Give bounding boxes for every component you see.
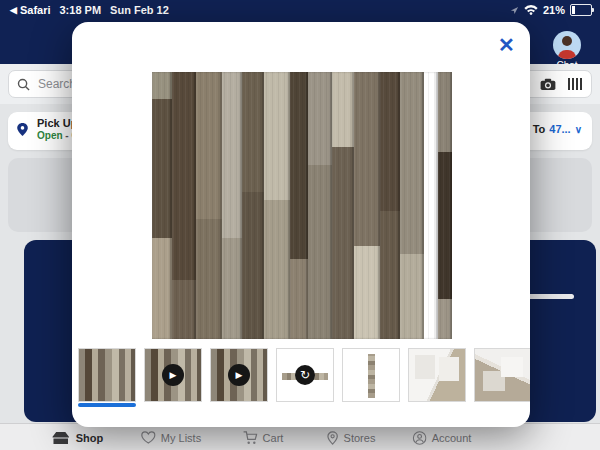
thumbnail-room-scene-1[interactable] — [408, 348, 466, 402]
tab-bar: Shop My Lists Cart Stores Account — [0, 423, 600, 450]
back-icon: ◀ — [10, 5, 17, 15]
selected-thumbnail-indicator — [78, 403, 136, 407]
tab-account-label: Account — [432, 432, 472, 444]
back-app-label: Safari — [20, 4, 51, 16]
rotate-360-icon: ↻ — [295, 365, 315, 385]
status-date: Sun Feb 12 — [110, 4, 169, 16]
heart-icon — [141, 431, 156, 444]
tab-shop[interactable]: Shop — [51, 424, 104, 450]
pickup-pin-icon — [16, 123, 29, 136]
shop-icon — [51, 431, 71, 445]
battery-icon — [570, 4, 592, 16]
chat-agent-avatar — [553, 31, 581, 59]
thumbnail-product-swatch[interactable] — [78, 348, 136, 402]
deliver-zip: 47... — [549, 123, 570, 135]
tab-account[interactable]: Account — [413, 424, 472, 450]
camera-icon[interactable] — [540, 78, 556, 91]
thumbnail-product-video-1[interactable]: ▶ — [144, 348, 202, 402]
open-label: Open — [37, 130, 63, 141]
play-icon: ▶ — [162, 364, 184, 386]
account-icon — [413, 431, 427, 445]
barcode-scanner-icon[interactable] — [568, 78, 583, 90]
product-main-image[interactable] — [152, 72, 452, 339]
tab-my-lists-label: My Lists — [161, 432, 201, 444]
store-pin-icon — [327, 431, 339, 445]
back-to-app-link[interactable]: ◀ Safari — [10, 4, 51, 16]
battery-percent: 21% — [543, 4, 565, 16]
plank-graphic — [368, 354, 375, 398]
tab-shop-label: Shop — [76, 432, 104, 444]
tab-stores[interactable]: Stores — [327, 424, 376, 450]
status-time: 3:18 PM — [60, 4, 102, 16]
wifi-icon — [524, 5, 538, 15]
status-bar: ◀ Safari 3:18 PM Sun Feb 12 21% — [0, 0, 600, 20]
cart-icon — [243, 431, 258, 445]
tab-stores-label: Stores — [344, 432, 376, 444]
close-button[interactable]: ✕ — [492, 30, 520, 58]
play-icon: ▶ — [228, 364, 250, 386]
tab-my-lists[interactable]: My Lists — [141, 424, 201, 450]
close-icon: ✕ — [498, 34, 515, 56]
thumbnail-product-360-view[interactable]: ↻ — [276, 348, 334, 402]
chevron-down-icon: ∨ — [575, 124, 582, 135]
location-services-icon — [510, 6, 519, 15]
tab-cart-label: Cart — [263, 432, 284, 444]
tab-cart[interactable]: Cart — [243, 424, 284, 450]
image-gallery-modal: ✕ ▶ ▶ ↻ — [72, 22, 530, 427]
thumbnail-strip: ▶ ▶ ↻ — [72, 348, 530, 410]
thumbnail-product-video-2[interactable]: ▶ — [210, 348, 268, 402]
search-icon — [17, 78, 30, 91]
thumbnail-room-scene-2[interactable] — [474, 348, 530, 402]
thumbnail-plank-side-view[interactable] — [342, 348, 400, 402]
